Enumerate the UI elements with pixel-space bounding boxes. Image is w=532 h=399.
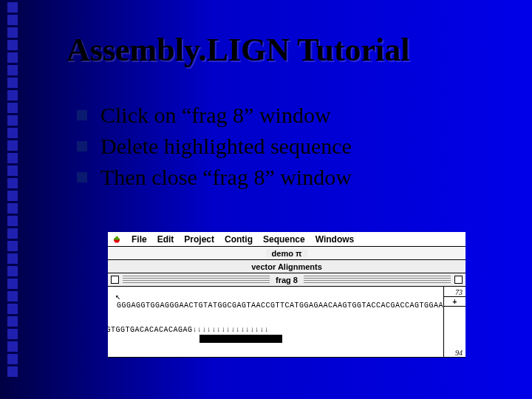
cursor-icon: ↖ [115,291,120,302]
bullet-text: Delete highlighted sequence [100,134,352,159]
frag8-content: ↖ GGGAGGTGGAGGGAACTGTATGGCGAGTAACCGTTCAT… [108,287,466,358]
expand-button[interactable]: + [444,296,466,307]
apple-menu-icon[interactable] [112,235,121,244]
bullet-text: Click on “frag 8” window [100,103,331,128]
window-titlebar-vector[interactable]: vector Alignments [108,260,466,273]
slide-title: Assembly.LIGN Tutorial [66,31,502,69]
menu-sequence[interactable]: Sequence [263,234,305,245]
menu-project[interactable]: Project [184,234,214,245]
menu-file[interactable]: File [132,234,147,245]
sequence-highlighted[interactable]: TACACGTGCATGGTCT [200,335,282,343]
close-box-icon[interactable] [111,276,119,284]
position-number-1: 73 [444,287,466,296]
app-screenshot: File Edit Project Contig Sequence Window… [108,232,466,358]
bullet-list: Click on “frag 8” window Delete highligh… [77,103,502,190]
position-number-2: 94 [444,347,466,357]
slide-content: Assembly.LIGN Tutorial Click on “frag 8”… [66,31,502,196]
window-titlebar-demo[interactable]: demo π [108,247,466,260]
bullet-marker-icon [77,172,87,183]
bullet-marker-icon [77,141,87,151]
menu-contig[interactable]: Contig [225,234,253,245]
menu-windows[interactable]: Windows [316,234,355,245]
sequence-row-2: AGCGTGGTGACACACACAGAG↓↓↓↓↓↓↓↓↓↓↓↓↓↓↓↓ [108,326,439,334]
window-title: frag 8 [270,276,304,284]
zoom-box-icon[interactable] [454,276,463,284]
slide-left-ornament [0,0,24,399]
window-titlebar-frag8[interactable]: frag 8 [108,273,466,287]
window-title: demo π [266,249,308,258]
bullet-item: Click on “frag 8” window [77,103,502,128]
bullet-marker-icon [77,110,87,120]
sequence-pane[interactable]: ↖ GGGAGGTGGAGGGAACTGTATGGCGAGTAACCGTTCAT… [108,287,443,357]
bullet-text: Then close “frag 8” window [100,165,352,190]
bullet-item: Then close “frag 8” window [77,165,502,190]
menu-edit[interactable]: Edit [157,234,174,245]
bullet-item: Delete highlighted sequence [77,134,502,159]
menubar: File Edit Project Contig Sequence Window… [108,232,466,247]
sequence-row-1: GGGAGGTGGAGGGAACTGTATGGCGAGTAACCGTTCATGG… [117,301,439,310]
sequence-sidebar: 73 + 94 [443,287,466,357]
window-title: vector Alignments [245,262,328,271]
